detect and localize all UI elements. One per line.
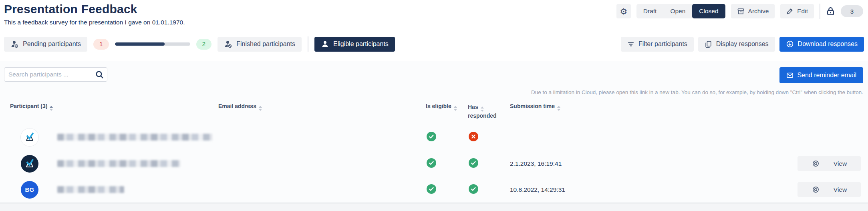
check-circle-icon (469, 184, 478, 194)
column-header-submission-time[interactable]: Submission time (507, 103, 793, 111)
participants-toolbar: Pending participants 1 2 Finished partic… (0, 36, 868, 52)
settings-button[interactable]: ⚙ (616, 4, 631, 18)
check-circle-icon (427, 158, 436, 168)
envelope-icon (786, 72, 793, 79)
submission-time-cell: 2.1.2023, 16:19:41 (507, 160, 793, 167)
column-header-email[interactable]: Email address (218, 103, 423, 111)
participant-cell (10, 129, 218, 146)
avatar (21, 129, 38, 146)
pending-participants-label: Pending participants (23, 40, 81, 48)
bottom-strip (0, 203, 868, 211)
redacted-participant-name (57, 160, 180, 167)
edit-label: Edit (797, 8, 808, 15)
header-divider (820, 4, 820, 19)
table-row (0, 124, 868, 151)
eligible-participants-button[interactable]: Eligible participants (314, 37, 395, 52)
lock-icon (826, 6, 835, 16)
view-response-button[interactable]: View (798, 156, 861, 171)
toolbar-divider (308, 36, 308, 52)
pending-participants-button[interactable]: Pending participants (4, 37, 87, 52)
submission-time-cell: 10.8.2022, 14:29:31 (507, 186, 793, 193)
redacted-participant-name (57, 186, 124, 193)
pending-count-badge: 1 (93, 39, 109, 50)
eye-icon (812, 159, 820, 168)
finished-count-badge: 2 (196, 39, 212, 50)
participant-cell (10, 155, 218, 173)
redacted-participant-name (57, 134, 212, 141)
table-row: BG 10.8.2022, 14:29:31 V (0, 177, 868, 203)
progress-fill (115, 42, 165, 46)
sort-icon (481, 107, 484, 112)
person-check-icon (224, 40, 232, 48)
eye-icon (812, 185, 820, 194)
is-eligible-cell (423, 184, 465, 195)
page-subtitle: This a feedback survey for the presentat… (4, 19, 185, 26)
finished-participants-label: Finished participants (236, 40, 295, 48)
response-count-badge: 3 (841, 5, 863, 17)
table-row: 2.1.2023, 16:19:41 View (0, 151, 868, 177)
status-tab-closed[interactable]: Closed (692, 4, 725, 18)
filter-participants-label: Filter participants (638, 40, 687, 48)
download-responses-label: Download responses (798, 40, 858, 48)
reminder-column: Send reminder email Due to a limitation … (531, 67, 863, 95)
gear-icon: ⚙ (620, 7, 627, 16)
app-logo-icon (21, 155, 38, 173)
page-header: Presentation Feedback This a feedback su… (0, 0, 868, 26)
status-segmented-control: Draft Open Closed (636, 4, 725, 18)
has-responded-cell (465, 184, 507, 195)
participants-toolbar-left: Pending participants 1 2 Finished partic… (4, 36, 395, 52)
display-responses-label: Display responses (716, 40, 769, 48)
sort-icon (259, 106, 262, 111)
table-header-row: Participant (3) Email address Is eligibl… (0, 100, 868, 124)
download-responses-button[interactable]: Download responses (779, 37, 864, 52)
has-responded-cell (465, 132, 507, 143)
search-participants-input[interactable] (4, 67, 107, 82)
check-circle-icon (427, 132, 436, 141)
page-title: Presentation Feedback (4, 2, 185, 16)
has-responded-cell (465, 158, 507, 169)
person-x-icon (10, 40, 19, 48)
archive-label: Archive (748, 8, 769, 15)
send-reminder-email-label: Send reminder email (797, 72, 856, 79)
check-circle-icon (427, 184, 436, 194)
copy-icon (705, 40, 712, 48)
x-circle-icon (469, 132, 478, 141)
participants-toolbar-right: Filter participants Display responses Do… (621, 37, 864, 52)
survey-controls: ⚙ Draft Open Closed Archive Edit 3 (616, 4, 863, 19)
column-header-participant[interactable]: Participant (3) (10, 103, 218, 111)
eligible-participants-label: Eligible participants (333, 40, 389, 48)
filter-participants-button[interactable]: Filter participants (621, 37, 694, 52)
participant-cell: BG (10, 181, 218, 199)
participation-progress-bar (115, 42, 190, 46)
sort-icon (50, 106, 53, 111)
sort-icon (557, 106, 560, 111)
status-tab-open[interactable]: Open (663, 4, 692, 18)
app-logo-icon (21, 129, 38, 146)
finished-participants-button[interactable]: Finished participants (218, 37, 302, 52)
participants-section: Send reminder email Due to a limitation … (0, 61, 868, 208)
view-response-button[interactable]: View (798, 182, 861, 197)
participants-table: Participant (3) Email address Is eligibl… (0, 100, 868, 203)
pencil-icon (786, 8, 793, 15)
search-row: Send reminder email Due to a limitation … (0, 61, 868, 95)
person-icon (321, 40, 329, 48)
avatar (21, 155, 38, 173)
view-label: View (834, 160, 847, 167)
column-header-has-responded[interactable]: Has responded (465, 103, 507, 120)
title-block: Presentation Feedback This a feedback su… (4, 2, 185, 26)
download-icon (786, 40, 794, 48)
status-tab-draft[interactable]: Draft (636, 4, 664, 18)
sort-icon (454, 106, 457, 111)
edit-button[interactable]: Edit (780, 4, 814, 18)
column-header-is-eligible[interactable]: Is eligible (423, 103, 465, 111)
display-responses-button[interactable]: Display responses (698, 37, 775, 52)
cloud-limitation-note: Due to a limitation in Cloud, please ope… (531, 89, 863, 95)
action-cell: View (793, 156, 868, 171)
send-reminder-email-button[interactable]: Send reminder email (779, 67, 863, 83)
view-label: View (834, 186, 847, 193)
is-eligible-cell (423, 132, 465, 143)
search-box (4, 67, 107, 82)
filter-icon (627, 40, 634, 48)
check-circle-icon (469, 158, 478, 168)
archive-button[interactable]: Archive (731, 4, 775, 18)
